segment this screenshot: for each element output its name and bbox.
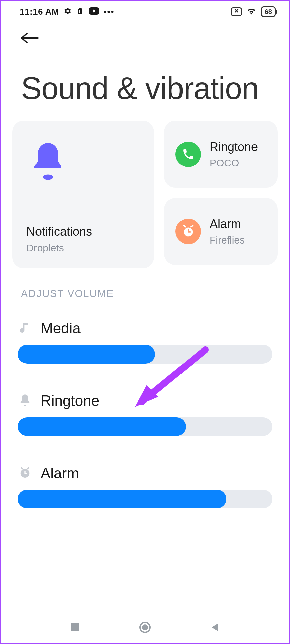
media-label: Media — [41, 320, 81, 337]
clock-small-icon — [18, 466, 32, 481]
ringtone-slider-fill — [18, 417, 186, 436]
alarm-clock-icon — [175, 219, 201, 244]
svg-rect-4 — [71, 623, 79, 631]
ringtone-slider[interactable] — [18, 417, 272, 436]
alarm-title: Alarm — [210, 217, 245, 231]
alarm-card[interactable]: Alarm Fireflies — [164, 198, 278, 265]
music-note-icon — [18, 321, 32, 336]
alarm-slider-fill — [18, 490, 226, 508]
notifications-title: Notifications — [26, 225, 140, 239]
youtube-icon — [89, 7, 99, 16]
notifications-sub: Droplets — [26, 242, 140, 254]
media-slider[interactable] — [18, 345, 272, 364]
nav-home-button[interactable] — [138, 621, 152, 635]
sim-error-icon — [231, 7, 242, 16]
alarm-label: Alarm — [41, 465, 79, 482]
more-icon: ••• — [104, 7, 114, 16]
phone-icon — [175, 142, 201, 167]
back-button[interactable] — [20, 40, 39, 46]
page-title: Sound & vibration — [1, 46, 289, 121]
bell-icon — [28, 140, 68, 188]
media-slider-fill — [18, 345, 155, 364]
adjust-volume-header: ADJUST VOLUME — [1, 268, 289, 305]
settings-icon — [64, 7, 72, 16]
nav-back-button[interactable] — [210, 622, 220, 634]
status-time: 11:16 AM — [20, 7, 59, 17]
ringtone-label: Ringtone — [41, 392, 99, 409]
system-nav-bar — [1, 613, 289, 643]
alarm-slider[interactable] — [18, 490, 272, 508]
bell-small-icon — [18, 393, 32, 408]
ringtone-volume-row: Ringtone — [1, 364, 289, 436]
ringtone-title: Ringtone — [210, 140, 258, 154]
ringtone-sub: POCO — [210, 157, 258, 169]
trash-icon — [76, 7, 84, 17]
battery-indicator: 68 — [261, 6, 276, 17]
alarm-sub: Fireflies — [210, 234, 245, 246]
media-volume-row: Media — [1, 305, 289, 364]
svg-point-1 — [43, 175, 53, 180]
svg-point-6 — [142, 624, 148, 630]
notifications-card[interactable]: Notifications Droplets — [12, 121, 154, 268]
status-bar: 11:16 AM ••• 68 — [1, 1, 289, 20]
alarm-volume-row: Alarm — [1, 436, 289, 508]
ringtone-card[interactable]: Ringtone POCO — [164, 121, 278, 188]
nav-recent-button[interactable] — [70, 622, 80, 634]
wifi-icon — [246, 7, 257, 17]
